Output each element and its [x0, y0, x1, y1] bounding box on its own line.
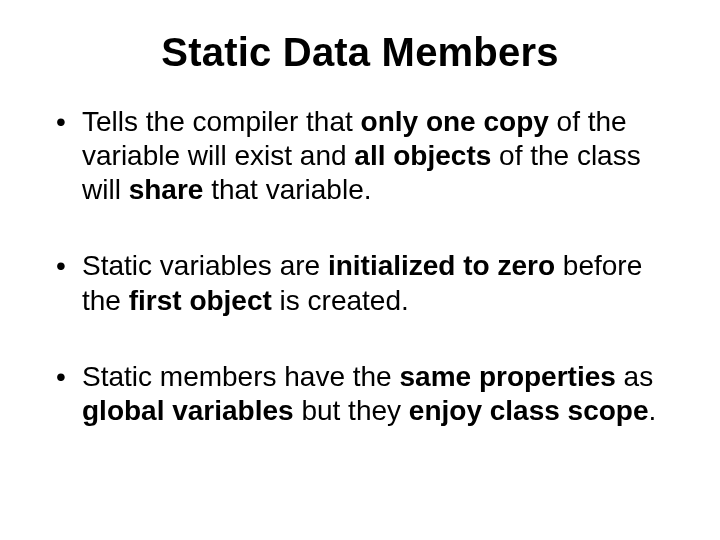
bullet-item: Static members have the same properties …: [50, 360, 670, 428]
bullet-item: Tells the compiler that only one copy of…: [50, 105, 670, 207]
slide: Static Data Members Tells the compiler t…: [0, 0, 720, 540]
slide-title: Static Data Members: [50, 30, 670, 75]
bullet-item: Static variables are initialized to zero…: [50, 249, 670, 317]
bullet-list: Tells the compiler that only one copy of…: [50, 105, 670, 428]
